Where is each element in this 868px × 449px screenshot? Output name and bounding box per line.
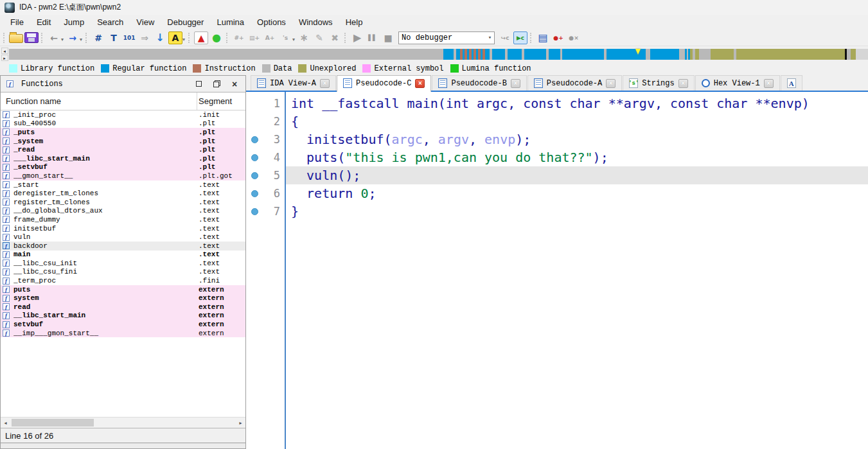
make-code-icon[interactable]: #+ bbox=[232, 31, 246, 44]
debug-pause-icon[interactable]: ▌▌ bbox=[366, 31, 380, 44]
function-row-register_tm_clones[interactable]: fregister_tm_clones.text bbox=[1, 198, 245, 207]
function-row-vuln[interactable]: fvuln.text bbox=[1, 233, 245, 242]
make-string-icon[interactable]: 's bbox=[278, 31, 292, 44]
hscroll-thumb[interactable] bbox=[12, 419, 94, 427]
problems-icon[interactable]: ▲ bbox=[194, 31, 208, 44]
code-text[interactable]: { bbox=[285, 112, 868, 130]
navband-right-button[interactable]: ▸ bbox=[1, 55, 8, 61]
menu-options[interactable]: Options bbox=[251, 16, 292, 28]
menu-debugger[interactable]: Debugger bbox=[161, 16, 210, 28]
function-row-_start[interactable]: f_start.text bbox=[1, 180, 245, 189]
function-row-main[interactable]: fmain.text bbox=[1, 251, 245, 260]
navigation-band[interactable] bbox=[9, 49, 868, 60]
code-line-4[interactable]: 4 puts("this is pwn1,can you do that??")… bbox=[246, 148, 868, 166]
code-text[interactable]: initsetbuf(argc, argv, envp); bbox=[285, 130, 868, 148]
function-row-__imp___gmon_start__[interactable]: f__imp___gmon_start__extern bbox=[1, 329, 245, 338]
menu-lumina[interactable]: Lumina bbox=[210, 16, 251, 28]
code-text[interactable]: vuln(); bbox=[285, 166, 868, 184]
column-function-name[interactable]: Function name bbox=[1, 96, 199, 106]
function-row-_puts[interactable]: f_puts.plt bbox=[1, 128, 245, 137]
function-row-setvbuf[interactable]: fsetvbufextern bbox=[1, 320, 245, 329]
tab-structures[interactable]: A bbox=[781, 75, 802, 91]
code-text[interactable]: puts("this is pwn1,can you do that??"); bbox=[285, 148, 868, 166]
panel-maximize-button[interactable] bbox=[191, 78, 206, 90]
tab-close-icon[interactable]: × bbox=[511, 79, 520, 88]
column-segment[interactable]: Segment bbox=[199, 96, 245, 106]
tab-strings[interactable]: 's'Strings× bbox=[623, 75, 694, 91]
breakpoint-add-icon[interactable]: ●+ bbox=[551, 31, 565, 44]
tab-close-icon[interactable]: × bbox=[320, 79, 330, 88]
function-row-__do_global_dtors_aux[interactable]: f__do_global_dtors_aux.text bbox=[1, 207, 245, 216]
column-divider[interactable] bbox=[197, 92, 197, 110]
make-string-icon-dropdown[interactable]: ▾ bbox=[292, 37, 295, 42]
menu-file[interactable]: File bbox=[4, 16, 30, 28]
tab-close-icon[interactable]: × bbox=[678, 79, 688, 88]
code-text[interactable]: int __fastcall main(int argc, const char… bbox=[285, 94, 868, 112]
attach-process-icon[interactable]: ↪c bbox=[498, 31, 512, 44]
forward-icon[interactable]: → bbox=[66, 31, 80, 44]
navband-left-button[interactable]: ◂ bbox=[1, 48, 8, 54]
forward-icon-dropdown[interactable]: ▾ bbox=[80, 37, 82, 42]
function-row-initsetbuf[interactable]: finitsetbuf.text bbox=[1, 224, 245, 233]
function-row-sub_400550[interactable]: fsub_400550.plt bbox=[1, 119, 245, 128]
jump-address-icon[interactable]: # bbox=[91, 31, 105, 44]
function-row-__libc_start_main[interactable]: f__libc_start_mainextern bbox=[1, 312, 245, 321]
panel-float-button[interactable] bbox=[209, 78, 224, 90]
code-line-1[interactable]: 1int __fastcall main(int argc, const cha… bbox=[246, 94, 868, 112]
jump-next-icon[interactable]: ⇒ bbox=[137, 31, 152, 44]
lumina-status-icon[interactable]: ● bbox=[209, 31, 224, 44]
function-row-puts[interactable]: fputsextern bbox=[1, 285, 245, 294]
hscroll-left-arrow[interactable]: ◂ bbox=[1, 420, 10, 426]
code-text[interactable]: } bbox=[285, 202, 868, 220]
tab-close-icon[interactable]: × bbox=[415, 79, 425, 88]
jump-name-icon[interactable]: T bbox=[107, 31, 121, 44]
function-row-system[interactable]: fsystemextern bbox=[1, 294, 245, 303]
undefine-icon[interactable]: ✖ bbox=[328, 31, 342, 44]
menu-edit[interactable]: Edit bbox=[30, 16, 57, 28]
function-row-_system[interactable]: f_system.plt bbox=[1, 137, 245, 146]
continue-process-icon[interactable]: ▶c bbox=[513, 31, 527, 44]
debugger-windows-icon[interactable]: ▤ bbox=[536, 31, 550, 44]
functions-hscrollbar[interactable]: ◂ ▸ bbox=[1, 417, 245, 428]
function-row-_init_proc[interactable]: f_init_proc.init bbox=[1, 110, 245, 119]
back-icon[interactable]: ← bbox=[47, 31, 61, 44]
function-row-_setvbuf[interactable]: f_setvbuf.plt bbox=[1, 163, 245, 172]
menu-help[interactable]: Help bbox=[339, 16, 369, 28]
function-row-__libc_csu_init[interactable]: f__libc_csu_init.text bbox=[1, 259, 245, 268]
menu-search[interactable]: Search bbox=[91, 16, 130, 28]
menu-view[interactable]: View bbox=[130, 16, 161, 28]
tab-pseudocode-a[interactable]: Pseudocode-A× bbox=[527, 75, 622, 91]
open-file-icon[interactable] bbox=[9, 34, 23, 43]
tab-close-icon[interactable]: × bbox=[764, 79, 774, 88]
jump-function-icon[interactable]: ↓ bbox=[153, 31, 167, 44]
menu-windows[interactable]: Windows bbox=[292, 16, 339, 28]
code-line-5[interactable]: 5 vuln(); bbox=[246, 166, 868, 184]
breakpoint-delete-icon[interactable]: ●× bbox=[567, 31, 581, 44]
tab-ida-view-a[interactable]: IDA View-A× bbox=[251, 75, 336, 91]
debug-run-icon[interactable]: ▶ bbox=[350, 31, 364, 44]
panel-close-button[interactable]: × bbox=[227, 78, 242, 90]
function-row-backdoor[interactable]: fbackdoor.text bbox=[1, 242, 245, 251]
code-text[interactable]: return 0; bbox=[285, 184, 868, 202]
code-line-7[interactable]: 7} bbox=[246, 202, 868, 220]
hscroll-right-arrow[interactable]: ▸ bbox=[236, 420, 245, 426]
tab-hex-view-1[interactable]: Hex View-1× bbox=[695, 75, 780, 91]
function-row-read[interactable]: freadextern bbox=[1, 303, 245, 312]
back-icon-dropdown[interactable]: ▾ bbox=[61, 37, 64, 42]
code-line-2[interactable]: 2{ bbox=[246, 112, 868, 130]
function-row-_term_proc[interactable]: f_term_proc.fini bbox=[1, 276, 245, 285]
function-row-__gmon_start__[interactable]: f__gmon_start__.plt.got bbox=[1, 172, 245, 180]
function-row-deregister_tm_clones[interactable]: fderegister_tm_clones.text bbox=[1, 189, 245, 198]
pseudocode-view[interactable]: 1int __fastcall main(int argc, const cha… bbox=[246, 92, 868, 449]
function-row-__libc_csu_fini[interactable]: f__libc_csu_fini.text bbox=[1, 268, 245, 277]
tab-pseudocode-b[interactable]: Pseudocode-B× bbox=[432, 75, 526, 91]
tab-close-icon[interactable]: × bbox=[606, 79, 616, 88]
set-colors-icon-dropdown[interactable]: ▾ bbox=[182, 37, 185, 42]
menu-jump[interactable]: Jump bbox=[57, 16, 91, 28]
function-row-frame_dummy[interactable]: fframe_dummy.text bbox=[1, 215, 245, 224]
tab-pseudocode-c[interactable]: Pseudocode-C× bbox=[337, 75, 431, 92]
code-line-6[interactable]: 6 return 0; bbox=[246, 184, 868, 202]
save-icon[interactable] bbox=[24, 32, 39, 43]
debug-stop-icon[interactable]: ■ bbox=[381, 31, 395, 44]
function-row-___libc_start_main[interactable]: f___libc_start_main.plt bbox=[1, 154, 245, 163]
